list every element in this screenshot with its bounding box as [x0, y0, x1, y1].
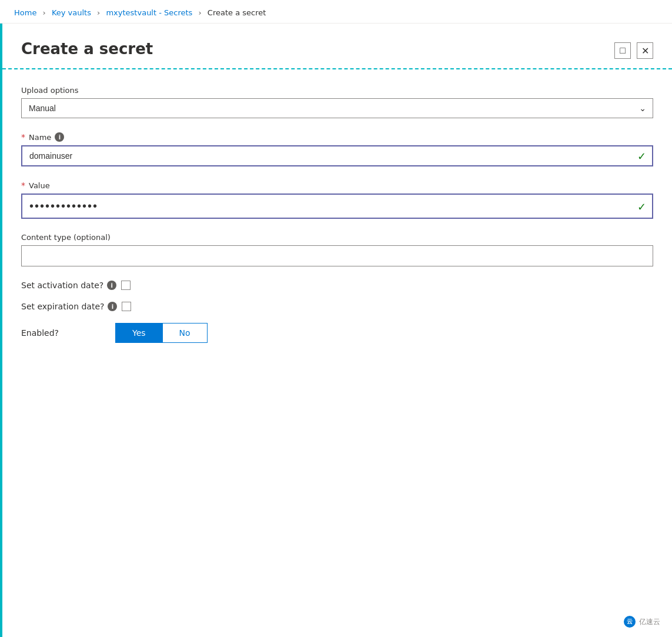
enabled-yes-button[interactable]: Yes [115, 323, 162, 343]
enabled-label: Enabled? [21, 328, 103, 338]
name-group: * Name i ✓ [21, 132, 653, 166]
value-required-star: * [21, 181, 25, 190]
upload-options-label: Upload options [21, 86, 653, 95]
enabled-no-button[interactable]: No [162, 323, 208, 343]
name-label-text: Name [29, 133, 51, 142]
activation-info-icon[interactable]: i [107, 281, 116, 290]
breadcrumb-sep-3: › [199, 8, 202, 17]
expiration-date-label: Set expiration date? i [21, 302, 117, 311]
name-input-wrapper: ✓ [21, 145, 653, 166]
content-type-label: Content type (optional) [21, 233, 653, 242]
create-secret-panel: Create a secret □ ✕ Upload options Manua… [0, 24, 672, 637]
activation-date-row: Set activation date? i [21, 281, 653, 290]
panel-header-actions: □ ✕ [614, 42, 653, 59]
breadcrumb-current: Create a secret [208, 8, 266, 17]
value-group: * Value ✓ [21, 181, 653, 219]
name-label: * Name i [21, 132, 653, 142]
expiration-date-label-text: Set expiration date? [21, 302, 104, 311]
activation-date-label: Set activation date? i [21, 281, 116, 290]
name-input[interactable] [21, 145, 653, 166]
expiration-info-icon[interactable]: i [108, 302, 117, 311]
name-checkmark-icon: ✓ [637, 150, 646, 162]
watermark-icon: 云 [624, 616, 636, 628]
expiration-date-row: Set expiration date? i [21, 302, 653, 311]
value-input-wrapper: ✓ [21, 194, 653, 219]
content-type-group: Content type (optional) [21, 233, 653, 266]
expiration-date-checkbox[interactable] [122, 302, 131, 311]
panel-body: Upload options Manual ⌄ * Name i ✓ [2, 69, 672, 378]
name-info-icon[interactable]: i [55, 132, 64, 142]
upload-options-group: Upload options Manual ⌄ [21, 86, 653, 118]
value-checkmark-icon: ✓ [637, 200, 646, 212]
breadcrumb-sep-2: › [97, 8, 100, 17]
name-required-star: * [21, 132, 25, 142]
breadcrumb-keyvaults[interactable]: Key vaults [52, 8, 91, 17]
panel-title: Create a secret [21, 40, 153, 58]
panel-header: Create a secret □ ✕ [2, 24, 672, 69]
value-label: * Value [21, 181, 653, 190]
breadcrumb-home[interactable]: Home [14, 8, 36, 17]
upload-options-select[interactable]: Manual [21, 98, 653, 118]
value-label-text: Value [29, 181, 50, 190]
breadcrumb: Home › Key vaults › mxytestvault - Secre… [0, 0, 672, 24]
value-input[interactable] [21, 194, 653, 219]
maximize-button[interactable]: □ [614, 42, 631, 59]
close-button[interactable]: ✕ [637, 42, 653, 59]
activation-date-label-text: Set activation date? [21, 281, 103, 290]
watermark: 云 亿速云 [624, 616, 660, 628]
enabled-row: Enabled? Yes No [21, 323, 653, 343]
activation-date-checkbox[interactable] [121, 281, 131, 290]
breadcrumb-sep-1: › [43, 8, 46, 17]
content-type-input[interactable] [21, 245, 653, 266]
watermark-text: 亿速云 [639, 617, 660, 627]
upload-options-select-wrapper: Manual ⌄ [21, 98, 653, 118]
enabled-toggle-group: Yes No [115, 323, 208, 343]
breadcrumb-secrets[interactable]: mxytestvault - Secrets [106, 8, 192, 17]
